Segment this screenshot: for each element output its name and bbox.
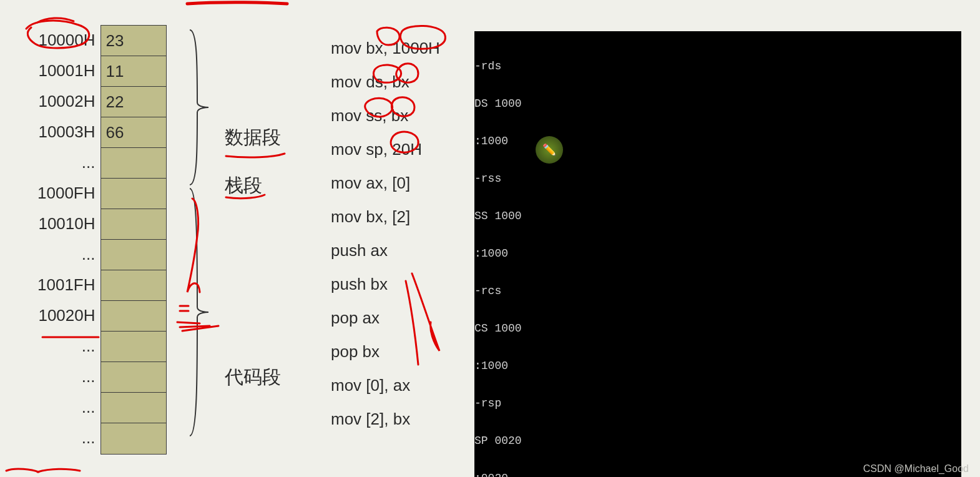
brace-icon	[187, 29, 211, 186]
data-segment-label: 数据段	[225, 125, 281, 150]
memory-cell	[101, 362, 166, 393]
address-cell: 1000FH	[37, 178, 96, 209]
watermark-text: CSDN @Michael_Good	[863, 463, 969, 475]
terminal-line: CS 1000	[474, 322, 959, 335]
asm-line: mov bx, 1000H	[331, 31, 440, 65]
assembly-code: mov bx, 1000H mov ds, bx mov ss, bx mov …	[331, 31, 440, 436]
stack-segment-label: 栈段	[225, 173, 281, 199]
address-cell: 10001H	[37, 56, 96, 86]
asm-line: pop ax	[331, 301, 440, 335]
terminal-line: -rsp	[474, 397, 959, 410]
terminal-line: -rds	[474, 60, 959, 72]
terminal-line: SP 0020	[474, 435, 959, 447]
asm-line: pop bx	[331, 335, 440, 368]
address-cell: 10020H	[37, 300, 96, 331]
memory-cell	[101, 148, 166, 179]
memory-cell: 23	[101, 26, 166, 56]
pencil-icon: ✏️	[542, 143, 556, 157]
memory-cell	[101, 240, 166, 270]
address-cell: ...	[37, 239, 96, 270]
memory-cell	[101, 179, 166, 209]
segment-labels: 数据段 栈段	[225, 125, 281, 221]
address-column: 10000H 10001H 10002H 10003H ... 1000FH 1…	[37, 25, 100, 455]
address-cell: 10000H	[37, 25, 96, 56]
terminal-line: DS 1000	[474, 97, 959, 110]
memory-cell	[101, 423, 166, 454]
address-cell: 10010H	[37, 209, 96, 239]
address-cell: ...	[37, 423, 96, 453]
memory-cell	[101, 393, 166, 423]
address-cell: ...	[37, 392, 96, 423]
address-cell: ...	[37, 331, 96, 361]
terminal-output: -rds DS 1000 :1000 -rss SS 1000 :1000 -r…	[474, 31, 961, 477]
terminal-line: -rcs	[474, 285, 959, 297]
memory-cell: 11	[101, 56, 166, 87]
brace-icon	[187, 187, 211, 437]
asm-line: push bx	[331, 267, 440, 301]
memory-cell	[101, 301, 166, 332]
memory-cell: 22	[101, 87, 166, 117]
asm-line: mov ss, bx	[331, 99, 440, 132]
asm-line: mov ds, bx	[331, 65, 440, 99]
value-column: 23 11 22 66	[100, 25, 167, 455]
address-cell: ...	[37, 147, 96, 178]
address-cell: 1001FH	[37, 270, 96, 300]
asm-line: mov sp, 20H	[331, 132, 440, 166]
terminal-line: :1000	[474, 247, 959, 260]
memory-cell: 66	[101, 117, 166, 148]
memory-cell	[101, 270, 166, 301]
asm-line: mov [2], bx	[331, 402, 440, 436]
memory-cell	[101, 332, 166, 362]
address-cell: ...	[37, 361, 96, 392]
address-cell: 10002H	[37, 86, 96, 117]
asm-line: mov ax, [0]	[331, 166, 440, 200]
terminal-line: -rss	[474, 172, 959, 185]
asm-line: mov bx, [2]	[331, 200, 440, 234]
address-cell: 10003H	[37, 117, 96, 147]
asm-line: push ax	[331, 234, 440, 267]
code-segment-label: 代码段	[225, 365, 281, 390]
pencil-cursor-icon: ✏️	[536, 136, 563, 164]
asm-line: mov [0], ax	[331, 368, 440, 402]
terminal-line: SS 1000	[474, 210, 959, 222]
memory-table: 10000H 10001H 10002H 10003H ... 1000FH 1…	[37, 25, 167, 455]
terminal-line: :1000	[474, 360, 959, 372]
memory-cell	[101, 209, 166, 240]
